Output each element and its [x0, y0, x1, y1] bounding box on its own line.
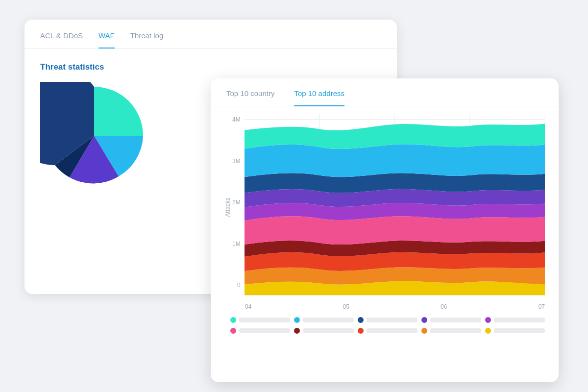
tab-waf[interactable]: WAF	[98, 31, 115, 49]
legend-label-5	[494, 318, 545, 322]
legend-label-6	[239, 328, 290, 333]
legend-item-6	[230, 328, 290, 334]
legend-item-1	[230, 317, 290, 323]
y-label-3m: 3M	[232, 158, 241, 165]
x-label-05: 05	[343, 303, 349, 310]
legend-dot-2	[294, 317, 300, 323]
x-label-07: 07	[539, 303, 545, 310]
tab-top10-country[interactable]: Top 10 country	[226, 89, 274, 106]
pie-chart	[40, 82, 148, 190]
chart-area: Attacks 4M 3M 2M 1M 0	[211, 106, 559, 310]
y-label-4m: 4M	[232, 116, 241, 123]
legend-label-10	[494, 328, 545, 333]
legend-item-2	[294, 317, 354, 323]
front-card: Top 10 country Top 10 address Attacks 4M…	[211, 78, 559, 382]
legend-item-3	[358, 317, 417, 323]
legend-label-7	[303, 328, 354, 333]
legend-label-9	[430, 328, 481, 333]
legend-dot-3	[358, 317, 364, 323]
legend-label-1	[239, 318, 290, 322]
x-label-04: 04	[245, 303, 251, 310]
legend-item-8	[358, 328, 417, 334]
tab-threat-log[interactable]: Threat log	[130, 31, 164, 49]
legend-dot-1	[230, 317, 236, 323]
legend-dot-10	[485, 328, 491, 334]
top-tabs-bar: Top 10 country Top 10 address	[211, 78, 559, 106]
threat-title: Threat statistics	[40, 62, 381, 72]
chart-legend	[211, 310, 559, 342]
legend-item-7	[294, 328, 354, 334]
legend-item-4	[421, 317, 481, 323]
legend-item-5	[485, 317, 545, 323]
legend-dot-5	[485, 317, 491, 323]
y-axis: 4M 3M 2M 1M 0	[232, 114, 245, 300]
tab-acl-ddos[interactable]: ACL & DDoS	[40, 31, 83, 49]
legend-item-9	[421, 328, 481, 334]
legend-dot-8	[358, 328, 364, 334]
legend-label-4	[430, 318, 481, 322]
y-label-1m: 1M	[232, 241, 241, 247]
legend-dot-7	[294, 328, 300, 334]
legend-label-3	[367, 318, 417, 322]
stacked-area-chart	[245, 114, 545, 300]
y-label-2m: 2M	[232, 199, 241, 206]
x-label-06: 06	[441, 303, 447, 310]
legend-label-8	[367, 328, 417, 333]
x-axis: 04 05 06 07	[224, 300, 545, 310]
tab-top10-address[interactable]: Top 10 address	[294, 89, 344, 106]
legend-dot-9	[421, 328, 427, 334]
y-axis-title: Attacks	[224, 197, 231, 217]
legend-dot-6	[230, 328, 236, 334]
tabs-bar: ACL & DDoS WAF Threat log	[24, 20, 397, 49]
legend-dot-4	[421, 317, 427, 323]
legend-item-10	[485, 328, 545, 334]
legend-label-2	[303, 318, 354, 322]
y-label-0: 0	[237, 282, 241, 289]
